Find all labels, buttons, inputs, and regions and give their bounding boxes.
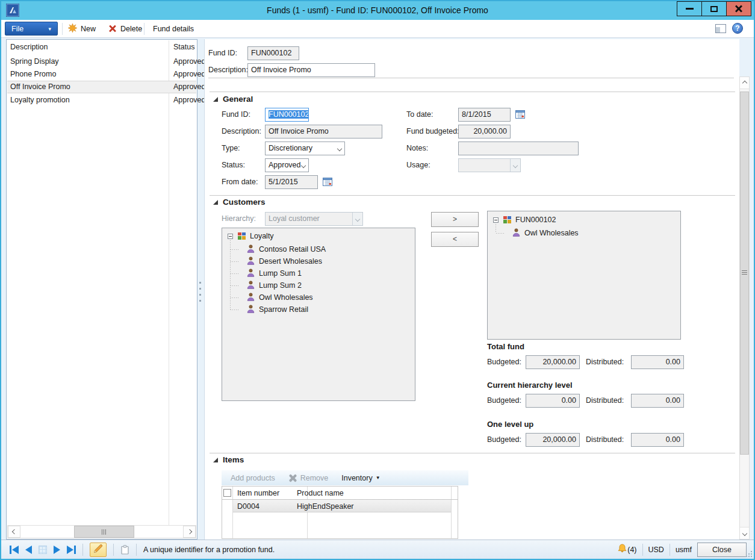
close-window-button[interactable] xyxy=(726,1,751,16)
description-header-label: Description: xyxy=(208,66,248,74)
tree-item-desert-wholesales[interactable]: Desert Wholesales xyxy=(259,257,322,266)
edit-mode-button[interactable] xyxy=(90,543,107,557)
collapse-triangle-icon[interactable] xyxy=(213,458,218,462)
grid-view-button[interactable] xyxy=(39,546,47,554)
scroll-down-button[interactable] xyxy=(740,527,749,539)
section-divider xyxy=(210,195,735,196)
section-items-header[interactable]: Items xyxy=(223,455,244,464)
row-status: Approved xyxy=(173,96,206,104)
last-record-button[interactable] xyxy=(67,546,76,554)
list-item-phone-promo[interactable]: Phone Promo Approved xyxy=(7,68,196,81)
scroll-left-button[interactable] xyxy=(8,526,20,538)
horizontal-scroll-thumb[interactable] xyxy=(74,526,134,538)
list-item-loyalty-promotion[interactable]: Loyalty promotion Approved xyxy=(7,94,196,107)
tree-item-lump-sum-1[interactable]: Lump Sum 1 xyxy=(259,269,302,278)
one-level-up-budgeted-field: 20,000.00 xyxy=(526,433,580,447)
close-button[interactable]: Close xyxy=(697,543,747,557)
fund-detail-panel: Fund ID: FUN000102 Description: Off Invo… xyxy=(204,39,739,540)
one-level-up-heading: One level up xyxy=(487,420,533,429)
next-record-button[interactable] xyxy=(54,546,60,554)
tree-expander-icon[interactable] xyxy=(228,234,233,239)
budgeted-label: Budgeted: xyxy=(487,396,521,405)
column-header-product-name[interactable]: Product name xyxy=(297,489,344,497)
delete-button[interactable]: Delete xyxy=(108,22,142,36)
help-button[interactable]: ? xyxy=(732,23,743,34)
currency-indicator: USD xyxy=(648,546,664,554)
maximize-button[interactable] xyxy=(701,1,727,16)
section-general-header[interactable]: General xyxy=(223,95,253,104)
document-attachment-button[interactable] xyxy=(120,545,129,555)
description-field[interactable]: Off Invoice Promo xyxy=(265,125,382,138)
collapse-triangle-icon[interactable] xyxy=(213,200,218,205)
select-all-checkbox[interactable] xyxy=(223,489,231,497)
list-item-off-invoice-promo-selected[interactable]: Off Invoice Promo Approved xyxy=(7,81,196,93)
statusbar-separator xyxy=(82,544,83,556)
column-header-status[interactable]: Status xyxy=(173,43,194,51)
chevron-down-icon xyxy=(334,142,344,155)
notes-field[interactable] xyxy=(458,142,579,155)
layout-pane-button[interactable] xyxy=(715,24,726,33)
column-header-item-number[interactable]: Item number xyxy=(237,489,279,497)
from-date-field[interactable]: 5/1/2015 xyxy=(265,175,318,189)
tab-fund-details[interactable]: Fund details xyxy=(153,22,194,36)
new-button[interactable]: New xyxy=(68,22,96,36)
tree-root-fund[interactable]: FUN000102 xyxy=(515,216,556,224)
move-left-button[interactable]: < xyxy=(431,232,479,247)
move-right-button[interactable]: > xyxy=(431,212,479,227)
chevron-up-icon xyxy=(742,80,747,85)
minimize-icon xyxy=(686,8,694,10)
to-date-calendar-icon[interactable] xyxy=(515,110,525,120)
minimize-button[interactable] xyxy=(677,1,702,16)
tree-item-owl-wholesales[interactable]: Owl Wholesales xyxy=(259,293,313,302)
description-label: Description: xyxy=(222,127,261,135)
column-header-description[interactable]: Description xyxy=(10,43,48,51)
description-header-field[interactable]: Off Invoice Promo xyxy=(247,63,375,77)
inventory-menu-button[interactable]: Inventory ▼ xyxy=(341,474,380,482)
fund-id-header-field[interactable]: FUN000102 xyxy=(247,46,299,60)
tree-root-loyalty[interactable]: Loyalty xyxy=(250,232,274,240)
row-description: Loyalty promotion xyxy=(10,96,70,104)
previous-record-button[interactable] xyxy=(25,546,32,554)
to-date-field[interactable]: 8/1/2015 xyxy=(458,108,511,122)
fund-id-field[interactable]: FUN000102 xyxy=(265,108,309,122)
grid-column-line xyxy=(232,487,233,538)
toolbar: File ▾ New Delete Fund details ? xyxy=(1,20,754,38)
tree-expander-icon[interactable] xyxy=(493,217,499,223)
total-fund-budgeted-field: 20,000.00 xyxy=(526,355,580,369)
status-bar: A unique identifier for a promotion fund… xyxy=(1,540,754,559)
scroll-up-button[interactable] xyxy=(740,77,749,89)
tree-item-lump-sum-2[interactable]: Lump Sum 2 xyxy=(259,281,302,290)
vertical-scroll-thumb[interactable] xyxy=(740,92,749,455)
tree-guide-line xyxy=(496,224,496,233)
collapse-triangle-icon[interactable] xyxy=(213,97,218,102)
chevron-down-icon xyxy=(352,213,362,225)
hierarchy-group-icon xyxy=(503,216,511,223)
customer-person-icon xyxy=(247,281,255,291)
tree-item-sparrow-retail[interactable]: Sparrow Retail xyxy=(259,305,308,314)
app-window: Funds (1 - usmf) - Fund ID: FUN000102, O… xyxy=(0,0,755,560)
resize-grip[interactable] xyxy=(746,551,752,557)
delete-x-icon xyxy=(108,25,117,33)
tree-item-owl-wholesales-assigned[interactable]: Owl Wholesales xyxy=(524,229,579,237)
row-description: Phone Promo xyxy=(10,70,56,78)
file-menu-label: File xyxy=(11,25,23,33)
status-combobox[interactable]: Approved xyxy=(265,158,309,172)
list-item-spring-display[interactable]: Spring Display Approved xyxy=(7,55,196,68)
from-date-calendar-icon[interactable] xyxy=(323,177,332,188)
notifications-button[interactable]: (4) xyxy=(617,544,636,555)
customer-source-tree: Loyalty Contoso Retail USA Desert Wholes… xyxy=(222,228,415,401)
type-combobox[interactable]: Discretionary xyxy=(265,142,345,155)
items-grid: Item number Product name D0004 HighEndSp… xyxy=(222,486,458,539)
customer-person-icon xyxy=(247,257,255,267)
first-record-button[interactable] xyxy=(10,546,19,554)
panel-splitter[interactable] xyxy=(199,282,202,310)
tree-item-contoso-retail-usa[interactable]: Contoso Retail USA xyxy=(259,245,326,254)
budgeted-label: Budgeted: xyxy=(487,435,521,444)
status-help-text: A unique identifier for a promotion fund… xyxy=(143,546,275,554)
distributed-label: Distributed: xyxy=(586,358,624,366)
scroll-right-button[interactable] xyxy=(183,526,196,538)
file-menu-button[interactable]: File ▾ xyxy=(5,22,58,36)
section-customers-header[interactable]: Customers xyxy=(223,198,266,207)
thumb-grip-icon xyxy=(102,529,107,535)
to-date-label: To date: xyxy=(406,110,433,119)
